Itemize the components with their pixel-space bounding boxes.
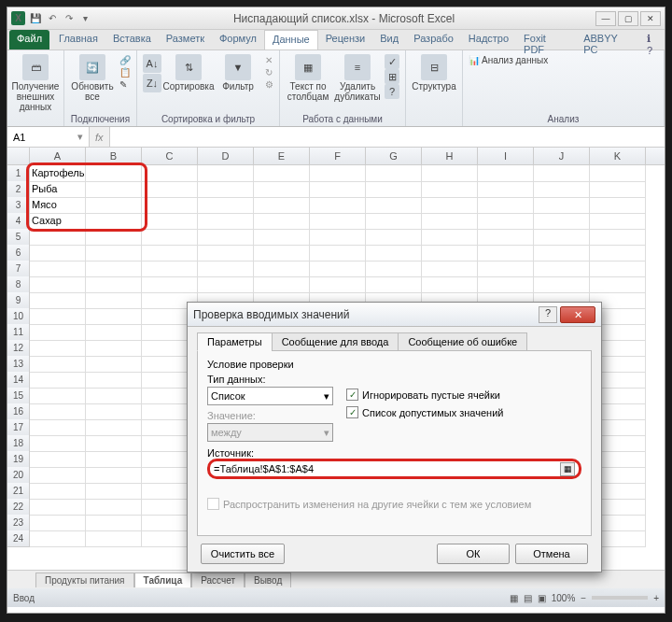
- cell[interactable]: [478, 197, 534, 214]
- redo-icon[interactable]: ↷: [62, 11, 76, 25]
- outline-button[interactable]: ⊟ Структура: [412, 54, 456, 92]
- cell[interactable]: Картофель: [30, 165, 86, 182]
- whatif-icon[interactable]: ?: [385, 84, 399, 99]
- cell[interactable]: [86, 403, 142, 420]
- cell[interactable]: [86, 229, 142, 246]
- cell[interactable]: [366, 181, 422, 198]
- col-J[interactable]: J: [534, 148, 590, 165]
- cell[interactable]: [310, 229, 366, 246]
- cell[interactable]: [30, 388, 86, 404]
- remove-dupes-button[interactable]: ≡ Удалить дубликаты: [335, 54, 380, 102]
- validation-icon[interactable]: ✓: [385, 54, 399, 69]
- cell[interactable]: [478, 181, 534, 198]
- cell[interactable]: [30, 292, 86, 309]
- cell[interactable]: [534, 261, 590, 277]
- cell[interactable]: [310, 245, 366, 262]
- view-normal-icon[interactable]: ▦: [510, 593, 518, 603]
- cell[interactable]: [534, 165, 590, 182]
- cell[interactable]: [86, 372, 142, 389]
- cell[interactable]: [310, 181, 366, 198]
- cell[interactable]: [30, 530, 86, 547]
- cell[interactable]: [478, 213, 534, 230]
- cell[interactable]: [86, 261, 142, 277]
- row-header[interactable]: 1: [7, 165, 30, 182]
- dialog-help-button[interactable]: ?: [539, 306, 557, 323]
- qat-dropdown-icon[interactable]: ▾: [78, 11, 92, 25]
- cell[interactable]: [198, 165, 254, 182]
- cell[interactable]: [30, 372, 86, 389]
- datatype-select[interactable]: Список▾: [207, 387, 333, 405]
- row-header[interactable]: 20: [7, 467, 30, 484]
- row-header[interactable]: 23: [7, 515, 30, 531]
- row-header[interactable]: 13: [7, 356, 30, 373]
- cell[interactable]: [534, 213, 590, 230]
- cell[interactable]: [30, 467, 86, 484]
- cell[interactable]: [478, 261, 534, 277]
- row-header[interactable]: 24: [7, 530, 30, 547]
- cell[interactable]: [478, 245, 534, 262]
- text-to-columns-button[interactable]: ▦ Текст по столбцам: [286, 54, 330, 102]
- col-I[interactable]: I: [478, 148, 534, 165]
- tab-developer[interactable]: Разрабо: [406, 30, 461, 49]
- cell[interactable]: [310, 261, 366, 277]
- cell[interactable]: [30, 340, 86, 357]
- row-header[interactable]: 21: [7, 483, 30, 500]
- source-input[interactable]: [214, 463, 560, 474]
- help-icon[interactable]: ℹ ?: [641, 30, 665, 49]
- sheet-tab-tablica[interactable]: Таблица: [134, 573, 192, 587]
- sort-button[interactable]: ⇅ Сортировка: [166, 54, 211, 92]
- cell[interactable]: [86, 419, 142, 436]
- cell[interactable]: [534, 181, 590, 198]
- row-header[interactable]: 5: [7, 229, 30, 246]
- cell[interactable]: [198, 229, 254, 246]
- cell[interactable]: [86, 181, 142, 198]
- cell[interactable]: [30, 308, 86, 325]
- connections-button[interactable]: 🔗: [119, 54, 131, 66]
- row-header[interactable]: 19: [7, 451, 30, 468]
- tab-view[interactable]: Вид: [372, 30, 406, 49]
- cell[interactable]: [422, 197, 478, 214]
- edit-links-button[interactable]: ✎: [119, 78, 131, 91]
- cell[interactable]: [590, 261, 646, 277]
- cell[interactable]: [590, 245, 646, 262]
- cell[interactable]: [254, 213, 310, 230]
- cell[interactable]: [142, 261, 198, 277]
- analysis-button[interactable]: 📊Анализ данных: [469, 54, 548, 66]
- in-cell-dropdown-checkbox[interactable]: ✓Список допустимых значений: [346, 404, 503, 420]
- cell[interactable]: [478, 229, 534, 246]
- cancel-button[interactable]: Отмена: [515, 544, 588, 564]
- cell[interactable]: [198, 245, 254, 262]
- clear-all-button[interactable]: Очистить все: [201, 544, 285, 564]
- cell[interactable]: [590, 197, 646, 214]
- consolidate-icon[interactable]: ⊞: [385, 69, 399, 84]
- cell[interactable]: [590, 213, 646, 230]
- tab-home[interactable]: Главная: [51, 30, 105, 49]
- row-header[interactable]: 6: [7, 245, 30, 262]
- row-header[interactable]: 8: [7, 276, 30, 293]
- cell[interactable]: [534, 276, 590, 293]
- col-K[interactable]: K: [590, 148, 646, 165]
- col-E[interactable]: E: [254, 148, 310, 165]
- cell[interactable]: [422, 245, 478, 262]
- cell[interactable]: [142, 197, 198, 214]
- cell[interactable]: [366, 229, 422, 246]
- cell[interactable]: [142, 181, 198, 198]
- cell[interactable]: [254, 165, 310, 182]
- filter-button[interactable]: ▼ Фильтр: [216, 54, 260, 92]
- minimize-button[interactable]: —: [595, 11, 616, 26]
- cell[interactable]: [86, 213, 142, 230]
- cell[interactable]: [86, 530, 142, 547]
- cell[interactable]: [30, 245, 86, 262]
- formula-input[interactable]: [109, 127, 665, 147]
- sheet-tab-produkty[interactable]: Продукты питания: [35, 573, 134, 587]
- tab-params[interactable]: Параметры: [197, 332, 273, 351]
- view-layout-icon[interactable]: ▤: [524, 593, 532, 603]
- cell[interactable]: [198, 181, 254, 198]
- tab-input-msg[interactable]: Сообщение для ввода: [272, 332, 399, 351]
- sort-asc-icon[interactable]: A↓: [143, 54, 161, 73]
- refresh-all-button[interactable]: 🔄 Обновить все: [70, 54, 115, 102]
- cell[interactable]: [590, 181, 646, 198]
- tab-abbyy[interactable]: ABBYY PC: [576, 30, 641, 49]
- save-icon[interactable]: 💾: [28, 11, 42, 25]
- dialog-titlebar[interactable]: Проверка вводимых значений ? ✕: [188, 303, 601, 327]
